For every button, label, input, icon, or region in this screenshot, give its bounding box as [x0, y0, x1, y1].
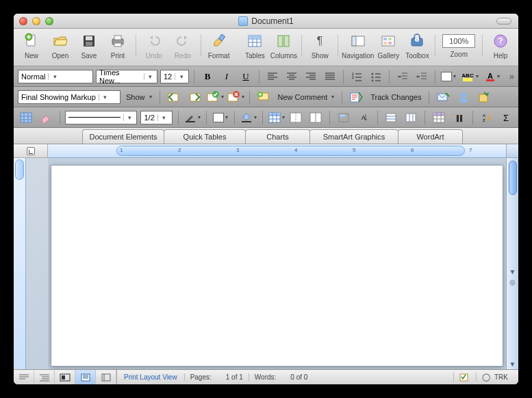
scroll-thumb[interactable] [509, 161, 517, 195]
bulleted-list-button[interactable] [368, 69, 384, 84]
open-button[interactable]: Open [47, 31, 74, 59]
align-left-button[interactable] [264, 69, 281, 84]
split-cells-button[interactable] [307, 110, 324, 125]
svg-rect-60 [433, 113, 444, 116]
save-button[interactable]: Save [75, 31, 103, 59]
track-changes-button[interactable]: Track Changes [368, 90, 424, 105]
tab-document-elements[interactable]: Document Elements [82, 129, 164, 144]
new-comment-button[interactable]: New Comment▾ [275, 90, 338, 105]
align-top-left-button[interactable] [335, 110, 352, 125]
scroll-down-icon[interactable]: ▼ [509, 267, 516, 277]
tab-stop-selector[interactable] [14, 144, 48, 158]
outline-view-button[interactable] [34, 370, 55, 384]
words-status[interactable]: Words: 0 of 0 [249, 373, 314, 381]
horizontal-ruler[interactable]: 1 2 3 4 5 6 7 [48, 144, 506, 158]
tables-button[interactable]: Tables [241, 31, 268, 59]
next-change-button[interactable] [186, 90, 203, 105]
zoom-value[interactable]: 100% [442, 34, 475, 48]
autofit-button[interactable]: ∥∥ [451, 110, 467, 125]
align-center-button[interactable] [283, 69, 300, 84]
overflow-button[interactable]: » [509, 71, 514, 81]
print-button[interactable]: Print [104, 31, 131, 59]
zoom-window-button[interactable] [45, 17, 53, 25]
spellcheck-button[interactable] [453, 373, 476, 382]
reviewer-button[interactable] [455, 90, 472, 105]
insert-table-button[interactable]: ▾ [268, 110, 285, 125]
publishing-layout-view-button[interactable] [55, 370, 75, 384]
tab-wordart[interactable]: WordArt [398, 129, 463, 144]
border-outside-button[interactable]: ▾ [212, 110, 229, 125]
navigation-button[interactable]: Navigation [342, 31, 373, 59]
increase-indent-button[interactable] [414, 69, 430, 84]
end-review-button[interactable] [475, 90, 493, 105]
pages-status[interactable]: Pages: 1 of 1 [184, 373, 249, 381]
draft-view-button[interactable] [14, 370, 34, 384]
font-combo[interactable]: Times New...▾ [96, 70, 157, 83]
browse-object-icon[interactable]: ◎ [509, 277, 516, 287]
line-weight-combo[interactable]: 1/2▾ [140, 111, 173, 124]
distribute-rows-button[interactable] [383, 110, 400, 125]
undo-button[interactable]: Undo [140, 31, 168, 59]
columns-button[interactable]: Columns [270, 31, 297, 59]
bold-button[interactable]: B [199, 69, 216, 84]
merge-cells-button[interactable] [288, 110, 305, 125]
page-surface[interactable] [48, 158, 506, 369]
distribute-columns-button[interactable] [403, 110, 419, 125]
shading-color-button[interactable]: ▾ [240, 110, 257, 125]
new-comment-icon[interactable] [255, 90, 273, 105]
text-direction-button[interactable]: A [355, 110, 372, 125]
align-justify-button[interactable] [322, 69, 338, 84]
style-combo[interactable]: Normal▾ [18, 70, 93, 83]
align-right-button[interactable] [303, 69, 319, 84]
show-menu-button[interactable]: Show▾ [123, 90, 155, 105]
reject-change-button[interactable]: ▾ [227, 90, 244, 105]
redo-label: Redo [175, 52, 191, 59]
line-style-combo[interactable]: ▾ [65, 111, 137, 124]
font-size-combo[interactable]: 12▾ [160, 70, 189, 83]
autosum-button[interactable]: Σ [498, 110, 514, 125]
toolbox-button[interactable]: i Toolbox [403, 31, 431, 59]
eraser-button[interactable] [38, 110, 54, 125]
svg-rect-55 [340, 114, 345, 117]
words-value: 0 of 0 [290, 373, 307, 381]
track-changes-label: Track Changes [370, 93, 421, 101]
notebook-layout-view-button[interactable] [96, 370, 116, 384]
font-color-button[interactable]: A▾ [484, 69, 501, 84]
send-for-review-button[interactable] [434, 90, 452, 105]
numbered-list-button[interactable]: 12 [349, 69, 365, 84]
track-changes-icon[interactable] [347, 90, 365, 105]
accept-change-button[interactable]: ▾ [206, 90, 224, 105]
autoformat-button[interactable] [431, 110, 447, 125]
decrease-indent-button[interactable] [394, 69, 411, 84]
help-button[interactable]: ? Help [487, 31, 514, 59]
show-button[interactable]: ¶ Show [306, 31, 333, 59]
grid-toggle-button[interactable] [18, 110, 34, 125]
vertical-scrollbar[interactable]: ▼ ◎ ▼ [506, 158, 518, 369]
vertical-ruler[interactable] [14, 158, 26, 369]
highlight-button[interactable]: ABC▾ [459, 69, 481, 84]
zoom-control[interactable]: 100% Zoom [440, 31, 478, 58]
underline-button[interactable]: U [238, 69, 254, 84]
tab-charts[interactable]: Charts [245, 129, 310, 144]
scroll-down2-icon[interactable]: ▼ [509, 359, 516, 369]
split-box[interactable] [506, 144, 518, 158]
trk-status[interactable]: ◯TRK [476, 373, 518, 382]
svg-text:?: ? [498, 36, 503, 46]
borders-button[interactable]: ▾ [440, 69, 457, 84]
display-for-review-combo[interactable]: Final Showing Markup▾ [18, 90, 121, 104]
italic-button[interactable]: I [218, 69, 235, 84]
gallery-button[interactable]: Gallery [375, 31, 402, 59]
close-window-button[interactable] [19, 17, 27, 25]
print-layout-view-button[interactable] [75, 370, 96, 384]
toolbar-toggle-button[interactable] [496, 18, 511, 25]
tab-quick-tables[interactable]: Quick Tables [164, 129, 246, 144]
new-button[interactable]: New [18, 31, 45, 59]
redo-button[interactable]: Redo [169, 31, 197, 59]
document-page[interactable] [51, 165, 503, 367]
sort-ascending-button[interactable]: AZ [478, 110, 494, 125]
tab-smartart[interactable]: SmartArt Graphics [309, 129, 398, 144]
previous-change-button[interactable] [165, 90, 183, 105]
format-button[interactable]: Format [205, 31, 233, 59]
minimize-window-button[interactable] [32, 17, 40, 25]
pen-color-button[interactable]: ▾ [184, 110, 201, 125]
